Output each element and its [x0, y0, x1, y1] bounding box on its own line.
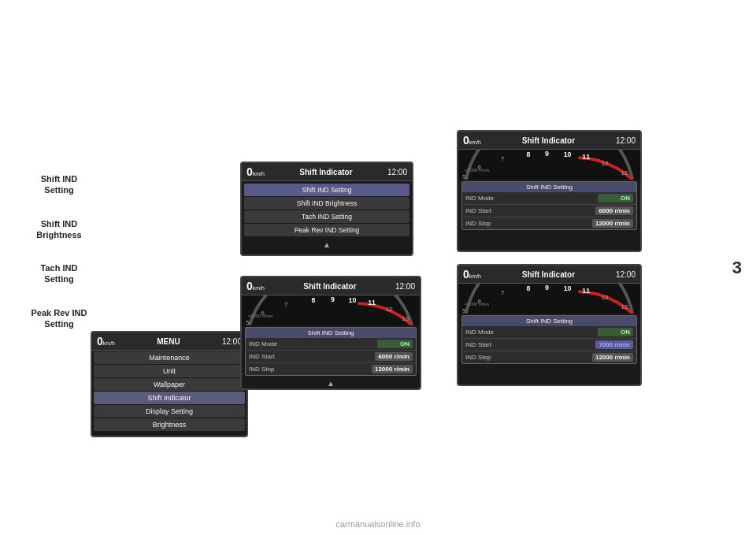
- bottom-left-time: 12:00: [395, 282, 415, 291]
- svg-text:10: 10: [564, 284, 572, 292]
- ind-stop-value[interactable]: 12000 r/min: [372, 365, 413, 373]
- bottom-right-ind-start-value[interactable]: 7000 r/min: [595, 340, 633, 349]
- menu-item-display-setting[interactable]: Display Setting: [94, 405, 245, 418]
- bottom-right-title: Shift Indicator: [522, 270, 575, 279]
- shift-indicator-header: 0km/h Shift Indicator 12:00: [242, 163, 412, 181]
- menu-item-brightness[interactable]: Brightness: [94, 418, 245, 431]
- svg-text:7: 7: [501, 155, 504, 162]
- sidebar-peak-rev-ind-setting: Peak Rev INDSetting: [24, 307, 94, 330]
- shift-menu-item-tach[interactable]: Tach IND Setting: [244, 210, 410, 223]
- sidebar: Shift INDSetting Shift INDBrightness Tac…: [24, 173, 94, 329]
- svg-text:12: 12: [602, 160, 609, 167]
- bottom-right-ind-stop-value[interactable]: 12000 r/min: [592, 353, 633, 362]
- svg-text:5: 5: [462, 173, 466, 180]
- top-right-ind-mode-label: IND Mode: [465, 195, 598, 202]
- menu-screen: 0km/h MENU 12:00 Maintenance Unit Wallpa…: [91, 331, 248, 437]
- bottom-right-gauge: 5 6 7 8 9 10 11 12 13 ×1000 r/min: [458, 284, 640, 314]
- shift-speed: 0km/h: [246, 165, 265, 178]
- menu-speed: 0km/h: [97, 335, 115, 347]
- svg-text:7: 7: [284, 301, 287, 308]
- svg-text:13: 13: [621, 169, 628, 176]
- menu-item-wallpaper[interactable]: Wallpaper: [94, 378, 245, 391]
- sidebar-shift-ind-brightness: Shift INDBrightness: [24, 218, 94, 241]
- top-right-time: 12:00: [616, 136, 636, 145]
- svg-text:9: 9: [545, 284, 549, 292]
- sidebar-tach-ind-setting: Tach INDSetting: [24, 262, 94, 285]
- bottom-right-ind-stop-label: IND Stop: [465, 354, 592, 361]
- bottom-right-ind-mode-row: IND Mode ON: [462, 326, 636, 339]
- top-right-ind-mode-row: IND Mode ON: [462, 192, 636, 205]
- bottom-right-ind-start-label: IND Start: [465, 341, 595, 348]
- top-right-ind-panel-title: Shift IND Setting: [462, 182, 636, 192]
- menu-time: 12:00: [222, 337, 242, 346]
- ind-mode-row: IND Mode ON: [246, 338, 416, 351]
- ind-start-label: IND Start: [249, 353, 375, 360]
- svg-text:8: 8: [527, 150, 531, 158]
- svg-text:9: 9: [545, 150, 549, 158]
- menu-screen-header: 0km/h MENU 12:00: [92, 333, 246, 351]
- bottom-right-ind-panel-title: Shift IND Setting: [462, 316, 636, 326]
- watermark: carmanualsonline.info: [335, 519, 420, 529]
- bottom-left-screen: 0km/h Shift Indicator 12:00 5 6 7 8 9 10…: [240, 276, 421, 390]
- bottom-left-gauge: 5 6 7 8 9 10 11 12 13 ×1000 r/min: [242, 295, 420, 325]
- shift-menu-item-peak-rev[interactable]: Peak Rev IND Setting: [244, 224, 410, 236]
- bottom-left-header: 0km/h Shift Indicator 12:00: [242, 277, 420, 295]
- svg-text:7: 7: [501, 289, 504, 296]
- shift-time: 12:00: [387, 168, 407, 176]
- svg-text:8: 8: [527, 284, 531, 292]
- svg-text:8: 8: [311, 296, 315, 304]
- svg-text:×1000 r/min: ×1000 r/min: [248, 314, 272, 318]
- menu-title: MENU: [157, 337, 180, 346]
- svg-text:×1000 r/min: ×1000 r/min: [465, 168, 489, 173]
- sidebar-shift-ind-setting: Shift INDSetting: [24, 173, 94, 196]
- bottom-right-screen: 0km/h Shift Indicator 12:00 5 6 7 8 9 10…: [457, 264, 642, 386]
- ind-mode-value[interactable]: ON: [377, 340, 413, 348]
- shift-menu-item-brightness[interactable]: Shift IND Brightness: [244, 197, 410, 210]
- top-right-speed: 0km/h: [463, 134, 481, 147]
- shift-menu-items: Shift IND Setting Shift IND Brightness T…: [242, 181, 412, 239]
- top-right-screen: 0km/h Shift Indicator 12:00 5 6 7 8 9 10…: [457, 130, 642, 252]
- svg-text:11: 11: [582, 287, 590, 295]
- bottom-right-speed: 0km/h: [463, 268, 481, 281]
- menu-item-unit[interactable]: Unit: [94, 365, 245, 377]
- ind-start-value[interactable]: 6000 r/min: [375, 352, 413, 361]
- svg-text:5: 5: [246, 319, 250, 325]
- bottom-right-time: 12:00: [616, 270, 636, 279]
- ind-stop-row: IND Stop 12000 r/min: [246, 363, 416, 375]
- bottom-right-ind-stop-row: IND Stop 12000 r/min: [462, 351, 636, 363]
- shift-menu-item-setting[interactable]: Shift IND Setting: [244, 184, 410, 196]
- svg-text:12: 12: [602, 294, 609, 301]
- svg-text:5: 5: [462, 307, 466, 314]
- bottom-right-header: 0km/h Shift Indicator 12:00: [458, 266, 640, 284]
- top-right-gauge-svg: 5 6 7 8 9 10 11 12 13 ×1000 r/min: [458, 150, 640, 180]
- top-right-ind-stop-row: IND Stop 12000 r/min: [462, 217, 636, 229]
- top-right-ind-start-value[interactable]: 6000 r/min: [595, 206, 633, 215]
- svg-text:10: 10: [564, 150, 572, 158]
- top-right-title: Shift Indicator: [522, 136, 575, 145]
- top-right-ind-mode-value[interactable]: ON: [598, 194, 633, 202]
- top-right-ind-stop-value[interactable]: 12000 r/min: [592, 219, 633, 228]
- scroll-up-arrow[interactable]: ▲: [242, 240, 412, 249]
- bottom-left-title: Shift Indicator: [303, 282, 356, 291]
- top-right-ind-stop-label: IND Stop: [465, 220, 592, 227]
- ind-start-row: IND Start 6000 r/min: [246, 351, 416, 363]
- menu-item-maintenance[interactable]: Maintenance: [94, 351, 245, 364]
- page-number: 3: [732, 258, 742, 278]
- top-right-gauge: 5 6 7 8 9 10 11 12 13 ×1000 r/min: [458, 150, 640, 180]
- svg-text:12: 12: [386, 306, 393, 313]
- ind-panel-title: Shift IND Setting: [246, 328, 416, 338]
- bottom-left-scroll-arrow[interactable]: ▲: [242, 379, 420, 388]
- bottom-right-ind-mode-value[interactable]: ON: [598, 328, 633, 336]
- menu-item-shift-indicator[interactable]: Shift Indicator: [94, 392, 245, 404]
- bottom-left-speed: 0km/h: [246, 280, 265, 292]
- top-right-ind-start-label: IND Start: [465, 207, 595, 214]
- svg-text:11: 11: [368, 299, 376, 307]
- top-right-header: 0km/h Shift Indicator 12:00: [458, 132, 640, 150]
- svg-text:11: 11: [582, 153, 590, 161]
- gauge-svg: 5 6 7 8 9 10 11 12 13 ×1000 r/min: [242, 295, 420, 325]
- ind-mode-label: IND Mode: [249, 340, 377, 347]
- svg-text:10: 10: [349, 296, 357, 304]
- svg-text:9: 9: [331, 295, 335, 303]
- ind-stop-label: IND Stop: [249, 366, 372, 373]
- bottom-right-ind-start-row: IND Start 7000 r/min: [462, 339, 636, 351]
